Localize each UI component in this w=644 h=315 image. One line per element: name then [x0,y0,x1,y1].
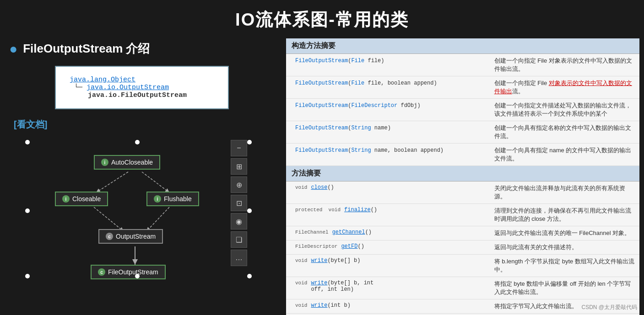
constructor-sig-1: FileOutputStream(File file) [286,54,481,76]
method-summary-header: 方法摘要 [286,166,639,182]
section-heading: ● FileOutputStream 介绍 [9,41,275,57]
page-title: IO流体系图-常用的类 [0,0,644,36]
java-io-outputstream-line: └─ java.io.OutputStream [70,84,214,91]
method-modifier-getfd: FileDescriptor [295,244,337,249]
constructor-classlink-4[interactable]: FileOutputStream [295,125,348,131]
inheritance-box: java.lang.Object └─ java.io.OutputStream… [55,66,229,109]
constructor-desc-2: 创建一个向指定 File 对象表示的文件中写入数据的文件输出流。 [481,76,639,99]
method-link-write1[interactable]: write [311,257,327,264]
java-io-outputstream-link[interactable]: java.io.OutputStream [87,84,169,91]
method-row-write1: void write(byte[] b) 将 b.length 个字节从指定 b… [286,255,639,277]
method-link-finalize[interactable]: finalize [344,207,371,213]
method-desc-close: 关闭此文件输出流并释放与此流有关的所有系统资源。 [481,182,639,204]
interface-icon-closeable: i [62,195,70,203]
diagram-tools: − ⊞ ⊕ ⊡ ◉ ❏ … [231,140,247,266]
node-closeable: i Closeable [55,192,108,206]
method-link-getfd[interactable]: getFD [341,243,357,250]
tool-minus[interactable]: − [231,140,247,156]
method-sig-write1: void write(byte[] b) [286,255,393,267]
method-desc-write2: 将指定 byte 数组中从偏移量 off 开始的 len 个字节写入此文件输出流… [481,277,639,299]
right-panel: 构造方法摘要 FileOutputStream(File file) 创建一个向… [286,38,639,315]
method-row-close: void close() 关闭此文件输出流并释放与此流有关的所有系统资源。 [286,182,639,204]
see-docs-label: [看文档] [14,118,275,131]
method-row-write2: void write(byte[] b, int off, int len) 将… [286,277,639,299]
method-link-write2[interactable]: write [311,280,327,286]
left-panel: ● FileOutputStream 介绍 java.lang.Object └… [0,36,284,315]
interface-icon: i [101,159,108,166]
filechannel-link[interactable]: FileChannel [295,230,329,235]
method-sig-close: void close() [286,182,393,193]
method-sig-getfd: FileDescriptor getFD() [286,240,393,252]
dot-topright [247,140,252,144]
constructor-param-class-3[interactable]: FileDescriptor [351,102,397,109]
dot-topmid [135,140,140,144]
filedescriptor-link[interactable]: FileDescriptor [295,244,337,249]
method-link-getchannel[interactable]: getChannel [332,229,365,235]
watermark: CSDN @太月爱敲代码 [581,304,637,311]
method-link-close[interactable]: close [311,184,327,191]
constructor-row-1: FileOutputStream(File file) 创建一个向指定 File… [286,54,639,76]
tool-layers[interactable]: ⊞ [231,158,247,175]
constructor-classlink-2[interactable]: FileOutputStream [295,80,348,86]
constructor-sig-4: FileOutputStream(String name) [286,121,481,144]
method-modifier-write3: void [295,303,307,308]
method-desc-finalize: 清理到文件的连接，并确保在不再引用此文件输出流时调用此流的 close 方法。 [481,204,639,226]
node-autocloseable: i AutoCloseable [94,155,160,170]
method-sig-write3: void write(int b) [286,299,393,311]
method-modifier-write1: void [295,258,307,263]
tool-more[interactable]: … [231,250,247,266]
node-autocloseable-label: AutoCloseable [111,159,153,166]
method-sig-getchannel: FileChannel getChannel() [286,226,393,238]
svg-line-3 [146,207,169,231]
method-row-finalize: protected void finalize() 清理到文件的连接，并确保在不… [286,204,639,226]
method-sig-finalize: protected void finalize() [286,204,393,216]
section-title-text: FileOutputStream 介绍 [23,41,150,57]
method-modifier-close: void [295,185,307,190]
svg-line-0 [96,172,128,192]
constructor-row-5: FileOutputStream(String name, boolean ap… [286,144,639,166]
constructor-table: FileOutputStream(File file) 创建一个向指定 File… [286,54,639,166]
interface-icon-flushable: i [154,195,161,203]
node-flushable-label: Flushable [164,195,192,203]
constructor-param-class-5[interactable]: String [351,147,371,154]
method-desc-write1: 将 b.length 个字节从指定 byte 数组写入此文件输出流中。 [481,255,639,277]
node-fileoutputstream: c FileOutputStream [91,265,166,279]
method-desc-getchannel: 返回与此文件输出流有关的唯一 FileChannel 对象。 [481,226,639,240]
method-modifier-finalize: protected void [295,207,341,213]
method-sig-write2: void write(byte[] b, int off, int len) [286,277,393,295]
constructor-desc-3: 创建一个向指定文件描述处写入数据的输出文件流，该文件描述符表示一个到文件系统中的… [481,99,639,121]
constructor-sig-2: FileOutputStream(File file, boolean appe… [286,76,481,99]
constructor-classlink-1[interactable]: FileOutputStream [295,58,348,64]
constructor-row-3: FileOutputStream(FileDescriptor fdObj) 创… [286,99,639,121]
constructor-desc-5: 创建一个向具有指定 name 的文件中写入数据的输出文件流。 [481,144,639,166]
constructor-row-4: FileOutputStream(String name) 创建一个向具有指定名… [286,121,639,144]
dot-botleft [25,274,30,278]
class-diagram: i AutoCloseable i Closeable i Flushable … [23,138,252,279]
constructor-classlink-5[interactable]: FileOutputStream [295,147,348,154]
method-row-getchannel: FileChannel getChannel() 返回与此文件输出流有关的唯一 … [286,226,639,240]
node-flushable: i Flushable [146,192,199,206]
constructor-sig-5: FileOutputStream(String name, boolean ap… [286,144,481,166]
node-fileoutputstream-label: FileOutputStream [108,268,158,276]
tool-crop[interactable]: ⊡ [231,195,247,211]
constructor-row-2: FileOutputStream(File file, boolean appe… [286,76,639,99]
dot-botright [247,274,252,278]
tool-zoom[interactable]: ⊕ [231,176,247,193]
constructor-param-class-2[interactable]: File [351,80,364,86]
node-closeable-label: Closeable [72,195,101,203]
constructor-param-class-4[interactable]: String [351,125,371,131]
abstract-icon-outputstream: c [106,233,113,240]
node-outputstream-label: OutputStream [116,233,156,240]
method-link-write3[interactable]: write [311,302,327,309]
constructor-param-class-1[interactable]: File [351,58,364,64]
java-lang-object-link[interactable]: java.lang.Object [70,76,135,84]
bullet-icon: ● [9,41,17,57]
tool-bulb[interactable]: ◉ [231,213,247,230]
dot-midright [247,208,252,213]
constructor-classlink-3[interactable]: FileOutputStream [295,102,348,109]
tool-copy[interactable]: ❏ [231,231,247,248]
constructor-summary-header: 构造方法摘要 [286,38,639,54]
java-io-fileoutputstream-line: java.io.FileOutputStream [70,91,214,99]
constructor-desc-1: 创建一个向指定 File 对象表示的文件中写入数据的文件输出流。 [481,54,639,76]
method-table: void close() 关闭此文件输出流并释放与此流有关的所有系统资源。 pr… [286,182,639,314]
